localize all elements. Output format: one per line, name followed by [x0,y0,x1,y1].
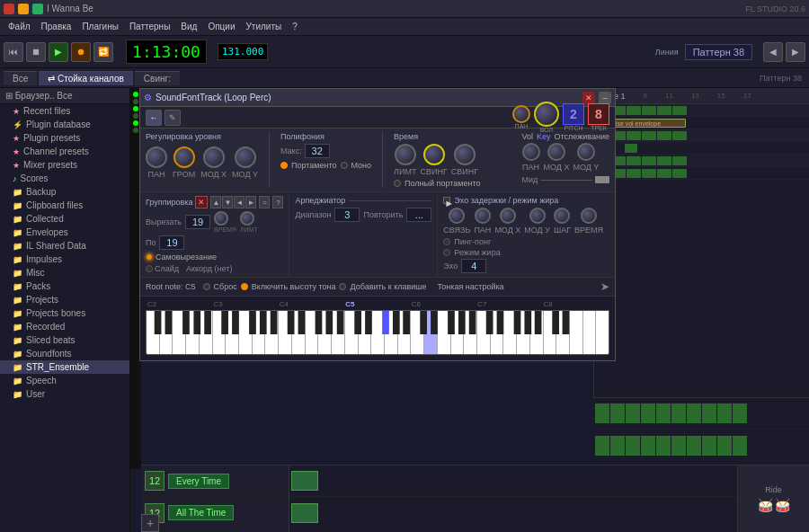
white-key-c5[interactable] [424,311,438,354]
sidebar-item-recorded[interactable]: 📁 Recorded [0,320,129,333]
sidebar-item-sliced-beats[interactable]: 📁 Sliced beats [0,333,129,347]
vol-track-knob[interactable] [522,143,540,161]
r-cell[interactable] [687,436,701,456]
repeat-value[interactable]: ... [406,208,431,222]
r-cell[interactable] [702,436,716,456]
pan-main-knob[interactable] [146,146,167,168]
white-key[interactable] [200,311,213,354]
pattern-block[interactable] [642,169,656,178]
pattern-block[interactable] [672,106,687,115]
record-button[interactable]: ⏺ [71,42,91,62]
piano-arrow-right[interactable]: ➤ [600,280,609,293]
grouping-q-btn[interactable]: ? [272,196,283,208]
sidebar-item-soundfonts[interactable]: 📁 Soundfonts [0,347,129,360]
r-cell[interactable] [687,403,701,423]
piano-keyboard[interactable] [146,310,609,355]
r-cell[interactable] [733,436,747,456]
white-key[interactable] [306,311,319,354]
menu-utilities[interactable]: Утилиты [242,21,287,32]
sidebar-item-plugin-presets[interactable]: ★ Plugin presets [0,131,129,145]
pattern-next[interactable]: ▶ [786,42,805,62]
white-key[interactable] [530,311,544,354]
r-cell[interactable] [671,403,686,423]
echo-mody-knob[interactable] [529,208,546,224]
menu-view[interactable]: Вид [176,21,201,32]
sidebar-item-speech[interactable]: 📁 Speech [0,374,129,387]
white-key[interactable] [411,311,424,354]
white-key[interactable] [359,311,372,354]
plugin-tab-main[interactable]: ← [146,110,162,126]
mid-slider[interactable] [595,176,609,183]
pattern-block[interactable] [642,156,656,165]
r-cell[interactable] [717,436,732,456]
add-key-radio[interactable] [339,283,346,290]
slide-led[interactable] [146,265,153,272]
full-porta-radio[interactable] [394,180,401,187]
cell[interactable] [291,503,318,523]
white-key[interactable] [253,311,266,354]
cell[interactable] [375,471,402,491]
cell[interactable] [291,471,318,491]
white-key[interactable] [147,311,160,354]
white-key[interactable] [544,311,557,354]
modx-knob[interactable] [203,146,225,168]
pitch-enable-radio[interactable] [241,283,248,290]
pattern-block[interactable] [642,106,656,115]
white-key[interactable] [477,311,491,354]
white-key[interactable] [438,311,451,354]
cell[interactable] [458,503,485,523]
cell[interactable] [319,471,346,491]
grouping-x-btn[interactable]: ✕ [195,196,208,208]
polyphony-max-value[interactable]: 32 [305,144,330,158]
sidebar-item-channel-presets[interactable]: ★ Channel presets [0,145,129,158]
arr-right-btn[interactable]: ► [245,196,256,208]
maximize-button[interactable] [32,4,43,14]
tab-swing[interactable]: Свинг: [135,71,180,85]
stop-button[interactable]: ⏹ [26,42,46,62]
pattern-display[interactable]: Паттерн 38 [685,44,752,60]
cell[interactable] [347,471,374,491]
ping-pong-led[interactable] [443,238,450,245]
pattern-block[interactable] [627,169,641,178]
white-key[interactable] [186,311,200,354]
cell[interactable] [431,471,458,491]
mody-track-knob[interactable] [577,143,595,161]
sidebar-item-misc[interactable]: 📁 Misc [0,266,129,279]
r-cell[interactable] [626,403,640,423]
cell[interactable] [486,503,513,523]
close-button[interactable] [4,4,14,14]
mody-knob[interactable] [235,146,256,168]
r-cell[interactable] [733,403,747,423]
echo-modx-knob[interactable] [500,208,516,224]
white-key[interactable] [371,311,385,354]
cell[interactable] [431,503,458,523]
cell[interactable] [375,503,402,523]
pan-knob[interactable] [512,105,530,123]
rewind-button[interactable]: ⏮ [4,42,23,62]
r-cell[interactable] [641,436,655,456]
sidebar-item-il-shared[interactable]: 📁 IL Shared Data [0,239,129,253]
white-key[interactable] [292,311,306,354]
tab-all[interactable]: Все [4,71,37,85]
sidebar-item-collected[interactable]: 📁 Collected [0,212,129,226]
white-key[interactable] [226,311,239,354]
sidebar-item-packs[interactable]: 📁 Packs [0,279,129,293]
white-key[interactable] [398,311,412,354]
by-value[interactable]: 19 [159,235,184,250]
r-cell[interactable] [626,436,640,456]
mono-radio[interactable] [341,162,348,169]
white-key[interactable] [332,311,345,354]
menu-edit[interactable]: Правка [37,21,76,32]
menu-plugins[interactable]: Плагины [77,21,123,32]
track-2-name-btn[interactable]: All The Time [168,505,234,520]
cut-value[interactable]: 19 [185,215,210,229]
echo-pan-knob[interactable] [475,208,491,224]
sidebar-item-clipboard[interactable]: 📁 Clipboard files [0,199,129,212]
menu-file[interactable]: Файл [4,21,35,32]
fat-mode-led[interactable] [443,249,450,256]
sidebar-item-user[interactable]: 📁 User [0,387,129,401]
r-cell[interactable] [702,403,716,423]
reset-radio[interactable] [203,283,210,290]
arr-down-btn[interactable]: ▼ [222,196,233,208]
vol-main-knob[interactable] [173,146,195,168]
